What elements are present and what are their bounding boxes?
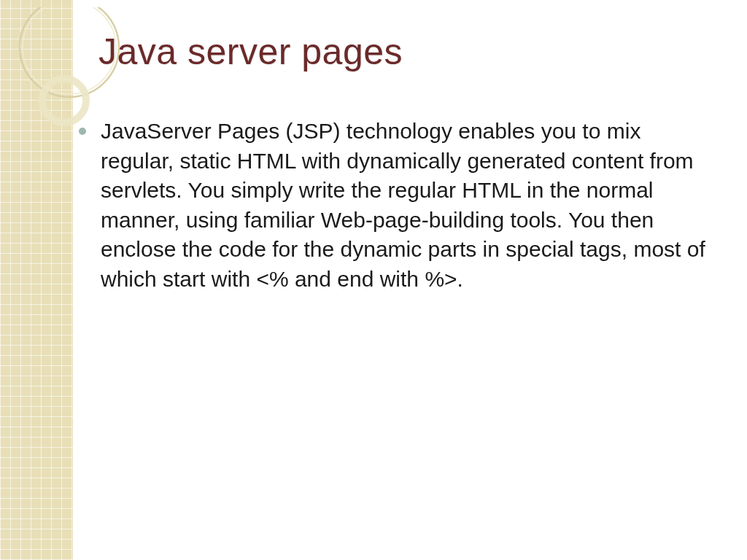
bullet-text: JavaServer Pages (JSP) technology enable… <box>101 119 705 291</box>
list-item: JavaServer Pages (JSP) technology enable… <box>74 117 716 294</box>
bullet-icon <box>79 128 86 135</box>
slide-title: Java server pages <box>98 31 403 73</box>
slide-bullet-list: JavaServer Pages (JSP) technology enable… <box>74 117 716 294</box>
slide-sidebar-decoration <box>0 0 73 560</box>
